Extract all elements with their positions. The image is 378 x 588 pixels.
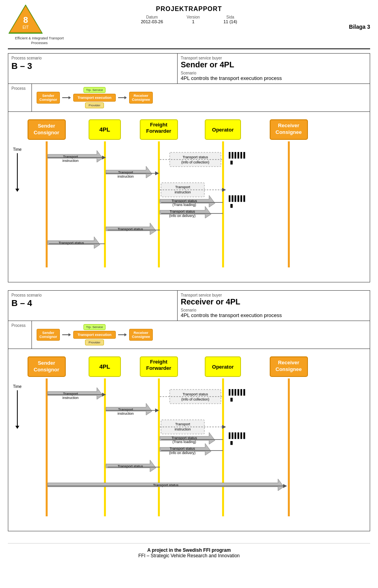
proc-service-b3: Trp. Service [83, 87, 106, 93]
svg-text:(Info of collection): (Info of collection) [181, 160, 209, 164]
svg-rect-20 [222, 141, 224, 267]
proc-receiver-b3: ReceiverConsignee [129, 92, 153, 104]
svg-text:Transport status: Transport status [153, 483, 179, 487]
svg-rect-19 [158, 141, 160, 267]
header-meta: Datum 2012-03-26 Version 1 Sida 11 (14) [71, 15, 307, 24]
svg-text:Operator: Operator [212, 364, 234, 370]
logo-text: Efficient & Integrated Transport Process… [8, 36, 71, 45]
time-axis-b3: Time [13, 147, 22, 192]
svg-rect-75 [222, 378, 224, 516]
svg-text:Forwarder: Forwarder [146, 365, 171, 371]
svg-text:Forwarder: Forwarder [146, 128, 171, 134]
proc-center-b4: Trp. Service Transport execution Provide… [73, 324, 116, 345]
process-diagram-b3: SenderConsignor Trp. Service Transport e… [32, 84, 158, 111]
svg-text:(Info on delivery): (Info on delivery) [169, 451, 195, 455]
version-field: Version 1 [187, 15, 200, 24]
sida-field: Sida 11 (14) [223, 15, 237, 24]
svg-text:instruction: instruction [117, 412, 133, 415]
svg-text:▌▌▌▌▌▌: ▌▌▌▌▌▌ [228, 152, 246, 159]
svg-text:▌▌▌▌▌▌: ▌▌▌▌▌▌ [228, 195, 246, 202]
report-title: PROJEKTRAPPORT [71, 6, 307, 13]
scenario-b4-buyer: Receiver or 4PL [181, 297, 367, 306]
svg-text:▌▌▌▌▌▌: ▌▌▌▌▌▌ [228, 432, 246, 439]
svg-text:Sender: Sender [38, 123, 55, 129]
scenario-b3: Process scenario B – 3 Transport service… [8, 53, 370, 282]
svg-text:Transport: Transport [175, 422, 191, 426]
svg-rect-74 [158, 378, 160, 516]
svg-text:▌▌▌▌▌▌: ▌▌▌▌▌▌ [228, 389, 246, 396]
svg-marker-114 [283, 484, 287, 488]
proc-exec-b4: Transport execution [73, 331, 116, 339]
svg-rect-18 [104, 141, 106, 267]
scenario-b3-buyer: Sender or 4PL [181, 60, 367, 69]
svg-text:Transport status: Transport status [170, 447, 195, 451]
swimlane-b3: Time Sender Consignor 4PL Freight Forwar… [8, 112, 370, 282]
scenario-b3-title: B – 3 [11, 61, 174, 71]
svg-text:(Info of collection): (Info of collection) [181, 397, 209, 401]
process-label-b3: Process [8, 84, 32, 111]
datum-field: Datum 2012-03-26 [141, 15, 163, 24]
svg-text:Freight: Freight [150, 122, 168, 128]
svg-text:Freight: Freight [150, 359, 168, 365]
svg-text:8: 8 [23, 15, 28, 25]
svg-text:instruction: instruction [174, 190, 191, 194]
scenario-b3-header: Process scenario B – 3 Transport service… [8, 54, 370, 84]
proc-provider-b4: Provider [85, 339, 104, 345]
scenario-b3-left: Process scenario B – 3 [8, 54, 178, 83]
scenario-b3-right: Transport service buyer Sender or 4PL Sc… [178, 54, 370, 83]
proc-sender-b4: SenderConsignor [37, 329, 60, 341]
header-center: PROJEKTRAPPORT Datum 2012-03-26 Version … [71, 4, 307, 24]
svg-text:Transport status: Transport status [59, 241, 84, 245]
svg-text:Sender: Sender [38, 360, 55, 366]
page-header: 8 EIT Efficient & Integrated Transport P… [8, 4, 370, 49]
scenario-b4-left: Process scenario B – 4 [8, 291, 178, 321]
svg-text:Receiver: Receiver [278, 122, 299, 128]
svg-text:Transport: Transport [63, 392, 78, 396]
page-footer: A project in the Swedish FFI program FFI… [8, 543, 370, 558]
svg-text:4PL: 4PL [99, 126, 110, 133]
process-label-b4: Process [8, 321, 32, 349]
scenario-b4-right: Transport service buyer Receiver or 4PL … [178, 291, 370, 321]
svg-text:Transport status: Transport status [170, 210, 195, 213]
svg-text:instruction: instruction [62, 396, 78, 400]
svg-text:Transport: Transport [63, 155, 78, 159]
svg-text:Transport status: Transport status [183, 392, 208, 396]
svg-text:instruction: instruction [174, 427, 191, 431]
svg-text:(Trans loading): (Trans loading) [172, 203, 196, 207]
scenario-b4-title: B – 4 [11, 298, 174, 308]
proc-center-b3: Trp. Service Transport execution Provide… [73, 87, 116, 108]
svg-text:Consignee: Consignee [276, 129, 302, 135]
process-row-b4: Process SenderConsignor Trp. Service Tra… [8, 321, 370, 349]
svg-rect-21 [288, 141, 290, 267]
svg-text:▐▌: ▐▌ [229, 204, 233, 208]
proc-service-b4: Trp. Service [83, 324, 106, 330]
svg-text:Transport: Transport [118, 171, 133, 174]
svg-text:(Info on delivery): (Info on delivery) [169, 214, 195, 218]
svg-text:Operator: Operator [212, 127, 234, 133]
scenario-b4: Process scenario B – 4 Transport service… [8, 290, 370, 531]
proc-provider-b3: Provider [85, 102, 104, 108]
logo-area: 8 EIT Efficient & Integrated Transport P… [8, 4, 71, 45]
process-diagram-b4: SenderConsignor Trp. Service Transport e… [32, 321, 158, 349]
svg-text:Transport status: Transport status [183, 155, 208, 159]
logo-triangle: 8 EIT [8, 4, 43, 35]
swimlane-b4: Time Sender Consignor 4PL Freight Forwar… [8, 349, 370, 531]
proc-receiver-b4: ReceiverConsignee [129, 329, 153, 341]
svg-text:Consignee: Consignee [276, 366, 302, 372]
svg-text:Receiver: Receiver [278, 360, 299, 365]
svg-text:Transport status: Transport status [118, 464, 143, 468]
svg-text:▐▌: ▐▌ [229, 397, 233, 402]
svg-rect-17 [46, 141, 48, 267]
svg-text:(Trans loading): (Trans loading) [172, 440, 196, 444]
scenario-b3-text: 4PL controls the transport execution pro… [181, 75, 367, 81]
proc-exec-b3: Transport execution [73, 94, 116, 102]
process-row-b3: Process SenderConsignor Trp. Service Tra… [8, 84, 370, 112]
swimlane-svg-b4: Sender Consignor 4PL Freight Forwarder O… [24, 355, 371, 524]
svg-rect-76 [288, 378, 290, 516]
footer-line2: FFI – Strategic Vehicle Research and Inn… [8, 553, 370, 558]
svg-text:4PL: 4PL [99, 363, 110, 370]
svg-text:▐▌: ▐▌ [229, 441, 233, 445]
svg-rect-72 [46, 378, 48, 516]
svg-text:▐▌: ▐▌ [229, 160, 233, 165]
swimlane-svg-b3: Sender Consignor 4PL Freight Forwarder O… [24, 118, 371, 275]
